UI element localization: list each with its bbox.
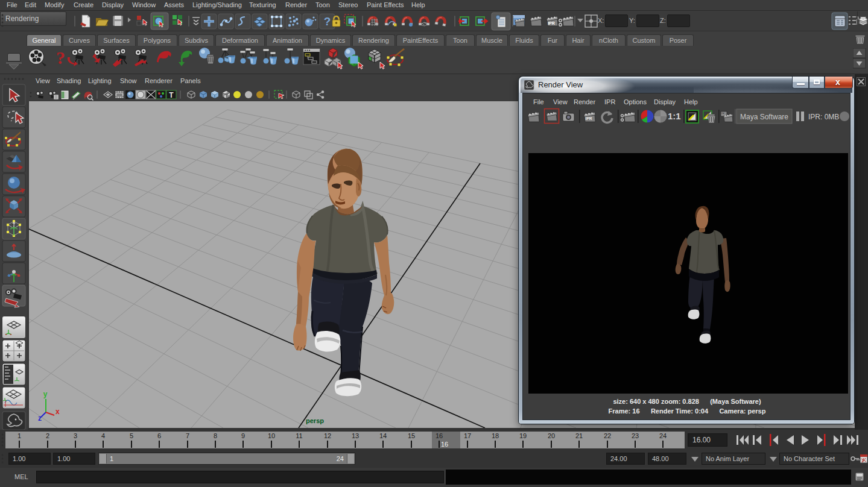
svg-text:11: 11 bbox=[296, 432, 302, 439]
svg-text:3: 3 bbox=[74, 432, 77, 439]
svg-text:z: z bbox=[38, 414, 42, 423]
svg-text:IPR: 0MB: IPR: 0MB bbox=[808, 113, 839, 121]
svg-text:16: 16 bbox=[436, 432, 443, 439]
svg-text:Maya Software: Maya Software bbox=[740, 113, 788, 121]
svg-text:8: 8 bbox=[214, 432, 217, 439]
svg-text:4: 4 bbox=[101, 432, 105, 439]
svg-text:14: 14 bbox=[379, 432, 387, 439]
svg-text:12: 12 bbox=[324, 432, 331, 439]
svg-text:T: T bbox=[169, 91, 174, 99]
svg-text:22: 22 bbox=[604, 432, 611, 439]
svg-text:"*: "* bbox=[721, 112, 724, 116]
svg-text:2: 2 bbox=[46, 432, 49, 439]
svg-text:16: 16 bbox=[441, 441, 448, 448]
svg-text:IPR: IPR bbox=[548, 21, 555, 25]
svg-text:9: 9 bbox=[241, 432, 245, 439]
svg-text:?: ? bbox=[324, 15, 331, 28]
svg-text:19: 19 bbox=[519, 432, 527, 439]
svg-text:20: 20 bbox=[548, 432, 555, 439]
svg-text:17: 17 bbox=[464, 432, 471, 439]
svg-text:23: 23 bbox=[632, 432, 639, 439]
svg-text:24: 24 bbox=[659, 432, 667, 439]
svg-text:1: 1 bbox=[17, 432, 21, 439]
svg-text:13: 13 bbox=[352, 432, 359, 439]
svg-text:y: y bbox=[43, 390, 48, 398]
svg-text:18: 18 bbox=[492, 432, 499, 439]
svg-text:10: 10 bbox=[268, 432, 275, 439]
svg-text:1:1: 1:1 bbox=[668, 111, 681, 121]
svg-text:21: 21 bbox=[575, 432, 583, 439]
svg-text:6: 6 bbox=[157, 432, 161, 439]
svg-text:IPR: IPR bbox=[586, 116, 592, 121]
svg-text:x: x bbox=[55, 407, 60, 416]
svg-text:persp: persp bbox=[306, 417, 324, 424]
svg-text:5: 5 bbox=[130, 432, 133, 439]
svg-text:7: 7 bbox=[186, 432, 189, 439]
svg-text:15: 15 bbox=[408, 432, 415, 439]
svg-text:?: ? bbox=[56, 48, 65, 68]
